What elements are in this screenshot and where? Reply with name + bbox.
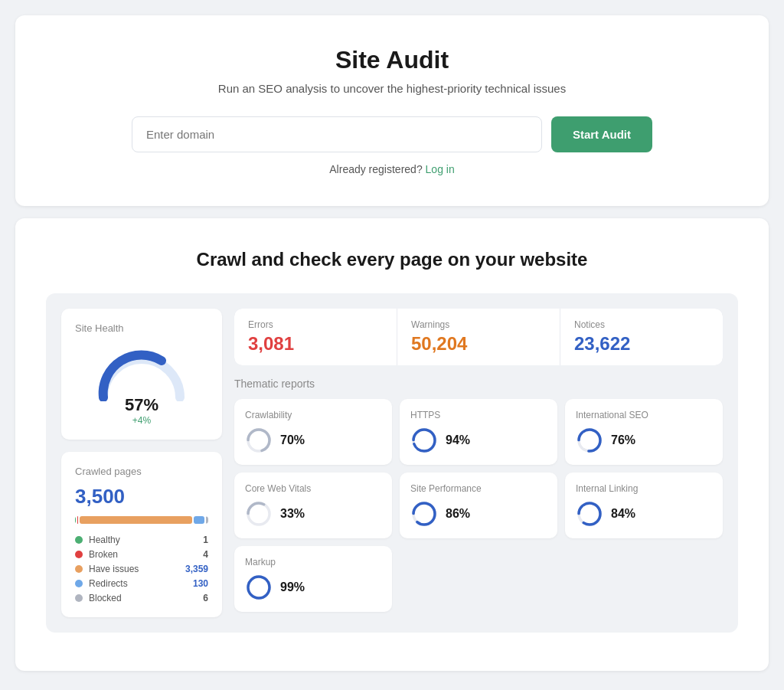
thematic-section: Thematic reports Crawlability 70% HTTPS … bbox=[234, 378, 723, 612]
dashboard: Site Health 57% +4% Crawled pages 3,500 bbox=[46, 293, 738, 633]
gauge-container: 57% +4% bbox=[75, 342, 208, 426]
thematic-row: 86% bbox=[410, 500, 547, 528]
stat-value: 50,204 bbox=[411, 333, 546, 355]
login-prompt-text: Already registered? Log in bbox=[61, 163, 723, 175]
thematic-pct: 86% bbox=[446, 507, 470, 521]
stat-label: Errors bbox=[248, 319, 383, 330]
circle-chart bbox=[245, 500, 273, 528]
thematic-item: HTTPS 94% bbox=[400, 399, 557, 465]
login-link[interactable]: Log in bbox=[426, 163, 455, 175]
stat-value: 23,622 bbox=[574, 333, 709, 355]
page-subtitle: Run an SEO analysis to uncover the highe… bbox=[61, 82, 723, 95]
crawled-pages-label: Crawled pages bbox=[75, 466, 208, 477]
thematic-item: Crawlability 70% bbox=[234, 399, 392, 465]
thematic-name: Markup bbox=[245, 557, 381, 567]
thematic-row: 99% bbox=[245, 574, 381, 601]
thematic-row: 94% bbox=[410, 427, 547, 454]
stat-cell: Errors 3,081 bbox=[234, 309, 397, 365]
thematic-item: Markup 99% bbox=[234, 546, 392, 612]
thematic-pct: 94% bbox=[446, 433, 470, 447]
gauge-delta: +4% bbox=[132, 415, 151, 426]
circle-chart bbox=[245, 427, 273, 454]
legend-list: Healthy 1 Broken 4 Have issues 3,359 Red… bbox=[75, 535, 208, 603]
site-health-label: Site Health bbox=[75, 322, 208, 334]
stat-label: Notices bbox=[574, 319, 709, 330]
svg-point-9 bbox=[413, 503, 435, 525]
thematic-pct: 70% bbox=[280, 433, 305, 447]
legend-item: Have issues 3,359 bbox=[75, 564, 208, 574]
legend-item: Blocked 6 bbox=[75, 593, 208, 603]
stat-label: Warnings bbox=[411, 319, 546, 330]
thematic-row: 76% bbox=[576, 427, 712, 454]
circle-chart bbox=[576, 427, 603, 454]
stat-cell: Warnings 50,204 bbox=[397, 309, 560, 365]
top-card: Site Audit Run an SEO analysis to uncove… bbox=[15, 15, 769, 206]
thematic-name: Core Web Vitals bbox=[245, 483, 381, 494]
legend-item: Broken 4 bbox=[75, 549, 208, 560]
thematic-name: Internal Linking bbox=[576, 483, 712, 494]
legend-item: Healthy 1 bbox=[75, 535, 208, 545]
thematic-name: International SEO bbox=[576, 410, 712, 420]
circle-chart bbox=[410, 427, 438, 454]
start-audit-button[interactable]: Start Audit bbox=[551, 116, 652, 152]
stats-row: Errors 3,081 Warnings 50,204 Notices 23,… bbox=[234, 309, 723, 365]
svg-point-3 bbox=[413, 430, 435, 451]
crawled-count: 3,500 bbox=[75, 485, 208, 509]
thematic-name: HTTPS bbox=[410, 410, 547, 420]
thematic-item: Core Web Vitals 33% bbox=[234, 473, 392, 538]
gauge-chart bbox=[96, 348, 188, 401]
thematic-item: Internal Linking 84% bbox=[565, 473, 723, 538]
thematic-pct: 76% bbox=[611, 433, 635, 447]
search-row: Start Audit bbox=[132, 116, 652, 152]
thematic-grid: Crawlability 70% HTTPS 94% International… bbox=[234, 399, 723, 612]
crawled-pages-widget: Crawled pages 3,500 Healthy 1 Broken 4 H… bbox=[61, 452, 222, 617]
stat-cell: Notices 23,622 bbox=[560, 309, 723, 365]
thematic-row: 70% bbox=[245, 427, 381, 454]
thematic-name: Crawlability bbox=[245, 410, 381, 420]
thematic-item: Site Performance 86% bbox=[400, 473, 557, 538]
page-title: Site Audit bbox=[61, 46, 723, 74]
domain-input[interactable] bbox=[132, 116, 542, 152]
thematic-item: International SEO 76% bbox=[565, 399, 723, 465]
gauge-percent: 57% bbox=[125, 395, 158, 415]
bottom-card: Crawl and check every page on your websi… bbox=[15, 218, 769, 671]
stat-value: 3,081 bbox=[248, 333, 383, 355]
svg-point-13 bbox=[248, 577, 270, 598]
right-column: Errors 3,081 Warnings 50,204 Notices 23,… bbox=[234, 309, 723, 617]
thematic-pct: 33% bbox=[280, 507, 305, 521]
circle-chart bbox=[576, 500, 603, 528]
thematic-pct: 99% bbox=[280, 580, 305, 594]
crawled-bar bbox=[75, 516, 208, 524]
site-health-widget: Site Health 57% +4% bbox=[61, 309, 222, 440]
legend-item: Redirects 130 bbox=[75, 578, 208, 589]
left-column: Site Health 57% +4% Crawled pages 3,500 bbox=[61, 309, 222, 617]
thematic-name: Site Performance bbox=[410, 483, 547, 494]
circle-chart bbox=[245, 574, 273, 601]
thematic-row: 33% bbox=[245, 500, 381, 528]
thematic-label: Thematic reports bbox=[234, 378, 723, 390]
section-title: Crawl and check every page on your websi… bbox=[46, 249, 738, 270]
thematic-pct: 84% bbox=[611, 507, 635, 521]
thematic-row: 84% bbox=[576, 500, 712, 528]
circle-chart bbox=[410, 500, 438, 528]
